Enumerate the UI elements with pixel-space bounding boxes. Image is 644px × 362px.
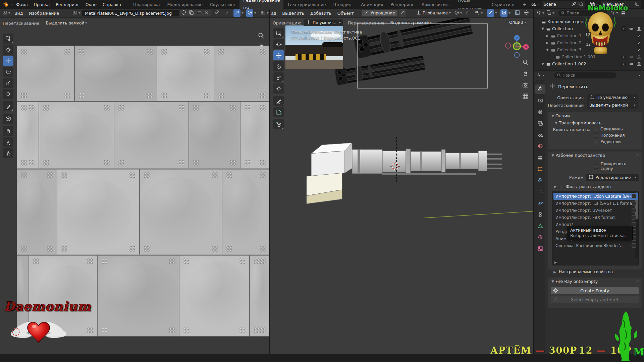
viewlayer-copy-icon[interactable]	[635, 1, 640, 7]
outliner-row-collection-2[interactable]: ▶Collection 2✓	[534, 39, 644, 46]
transform-subpanel-header[interactable]: ▼Трансформировать	[548, 119, 642, 126]
tab-object[interactable]	[535, 164, 545, 174]
vp-pan-hand-icon[interactable]	[522, 70, 529, 78]
menu-Вид[interactable]: Вид	[11, 9, 26, 17]
simplify-toggle-button[interactable]: Упрощение	[362, 10, 397, 16]
outliner-row-collection-1[interactable]: ▶Collection 1✓	[534, 32, 644, 39]
tool-scale[interactable]	[3, 78, 13, 88]
tab-material[interactable]	[535, 233, 545, 242]
scene-type-icon[interactable]	[530, 1, 540, 8]
scene-pin-icon[interactable]	[572, 1, 577, 7]
transform-orientation-dropdown[interactable]: Глобальное	[414, 10, 453, 16]
outliner-row-collection-1.001[interactable]: Collection 1.001✓	[534, 53, 644, 60]
tool-rotate[interactable]	[273, 61, 284, 71]
addon-expand-arrow[interactable]: ▶	[554, 261, 557, 264]
workspace-tab[interactable]: Композитинг	[418, 0, 454, 9]
workspace-tab[interactable]: Анимация	[357, 0, 387, 9]
tool-annotate[interactable]	[273, 96, 284, 106]
pin-scene-checkbox[interactable]	[594, 164, 598, 169]
addon-enable-checkbox[interactable]	[632, 201, 636, 205]
addon-item[interactable]: Импорт/экспорт: ...s (SVG) 1.1 format	[553, 200, 638, 207]
navigation-gizmo[interactable]: ZX	[505, 34, 529, 58]
viewlayer-selector[interactable]: ViewLayer	[601, 1, 641, 8]
uv-zoom-icon[interactable]	[258, 32, 264, 40]
menu-Изображение[interactable]: Изображение	[26, 9, 62, 17]
snap-chevron[interactable]	[495, 12, 497, 14]
hide-eye-icon[interactable]	[629, 55, 634, 59]
expand-caret[interactable]: ▼	[541, 27, 545, 31]
tool-cursor[interactable]	[273, 39, 284, 49]
filter-addons-row[interactable]: ▼ Фильтровать аддоны	[548, 181, 642, 190]
menu-Файл[interactable]: Файл	[13, 0, 31, 9]
tab-object-data[interactable]	[535, 221, 545, 231]
tab-physics[interactable]	[535, 198, 545, 208]
tool-rotate[interactable]	[3, 67, 13, 77]
pin-image-icon[interactable]	[213, 9, 220, 17]
addon-enable-checkbox[interactable]	[632, 243, 636, 248]
addon-item[interactable]: Импорт/экспорт: ...tion Capture (BVH)	[553, 193, 638, 200]
tab-view-layer[interactable]	[535, 119, 545, 128]
menu-Добавить[interactable]: Добавить	[307, 9, 334, 17]
selectability-checkbox[interactable]: ✓	[637, 41, 641, 45]
outliner-row-collection-3[interactable]: ▼Collection 3✓	[534, 46, 644, 53]
addon-item[interactable]: Импорт/экспорт: FBX format	[553, 214, 638, 221]
proportional-chevron[interactable]	[508, 12, 511, 14]
outliner-type-icon[interactable]	[535, 9, 545, 17]
addon-enable-checkbox[interactable]	[632, 208, 636, 213]
affect-option-положения[interactable]: Положения	[594, 133, 625, 138]
affect-option-ориджины[interactable]: Ориджины	[594, 127, 625, 131]
selectability-checkbox[interactable]: ✓	[637, 48, 641, 52]
tool-add-cube[interactable]	[273, 119, 284, 129]
selectability-checkbox[interactable]: ✓	[637, 34, 641, 38]
tab-texture[interactable]	[535, 244, 545, 253]
minigun-model[interactable]	[302, 133, 510, 212]
checkbox[interactable]	[594, 127, 598, 131]
menu-Правка[interactable]: Правка	[31, 0, 53, 9]
render-camera-icon[interactable]	[637, 55, 641, 59]
properties-type-icon[interactable]	[535, 72, 545, 79]
addon-enable-checkbox[interactable]	[632, 215, 636, 220]
workspace-tab[interactable]: Текстурирование	[283, 0, 329, 9]
proportional-edit-icon[interactable]	[500, 9, 507, 17]
uv-proportional-icon[interactable]	[246, 9, 253, 17]
workspace-tab[interactable]: Скриптинг	[488, 0, 519, 9]
filter-addons-checkbox[interactable]	[559, 185, 564, 189]
addon-enable-checkbox[interactable]	[632, 194, 636, 198]
menu-Окно[interactable]: Окно	[83, 0, 100, 9]
tool-annotate[interactable]	[3, 101, 13, 111]
tab-world[interactable]	[535, 141, 545, 151]
selectability-checkbox[interactable]: ✓	[622, 26, 626, 31]
selectability-checkbox[interactable]: ✓	[622, 62, 626, 66]
tool-rip-region[interactable]	[3, 114, 13, 124]
tool-relax[interactable]	[3, 137, 13, 147]
tool-scale[interactable]	[273, 72, 284, 82]
uv-proportional-chevron[interactable]	[254, 12, 256, 14]
proportional-falloff-icon[interactable]	[463, 9, 470, 17]
tool-grab[interactable]	[3, 126, 13, 136]
scene-selector[interactable]: Scene	[542, 1, 585, 8]
addon-item[interactable]: Система: Расширения Blender'a	[553, 242, 638, 249]
menu-Вид[interactable]: Вид	[270, 9, 279, 17]
outliner-row--[interactable]: Коллекция сцены	[534, 18, 644, 25]
vp-orientation-dropdown[interactable]: По умолч...	[304, 19, 343, 26]
tool-move[interactable]	[3, 56, 13, 66]
tab-modifiers[interactable]	[535, 176, 545, 185]
affect-option-родители[interactable]: Родители	[594, 139, 625, 144]
outliner-search[interactable]: Поиск	[558, 10, 607, 16]
outliner-row-collection-1.002[interactable]: ▼Collection 1.002✓	[534, 60, 644, 67]
options-panel-header[interactable]: ▼Опции∷∷	[548, 112, 642, 119]
hide-eye-icon[interactable]	[629, 62, 634, 66]
tab-scene[interactable]	[535, 130, 545, 139]
render-camera-icon[interactable]	[637, 62, 641, 66]
gizmo-visibility-icon[interactable]	[474, 9, 484, 17]
tab-constraints[interactable]	[535, 210, 545, 219]
uv-image-name-field[interactable]: MetalPlates001_1K-JPG_Displacement.jpg	[82, 10, 179, 16]
open-image-folder-icon[interactable]	[195, 9, 203, 17]
tool-select-box[interactable]	[273, 28, 284, 38]
addon-item[interactable]: Импорт/экспорт: UV-макет	[553, 207, 638, 214]
uv-image-browse-icon[interactable]	[71, 9, 82, 17]
menu-Рендеринг[interactable]: Рендеринг	[53, 0, 83, 9]
panel-separator[interactable]	[533, 9, 534, 354]
tab-collection[interactable]	[535, 153, 545, 162]
checkbox[interactable]	[594, 140, 598, 144]
